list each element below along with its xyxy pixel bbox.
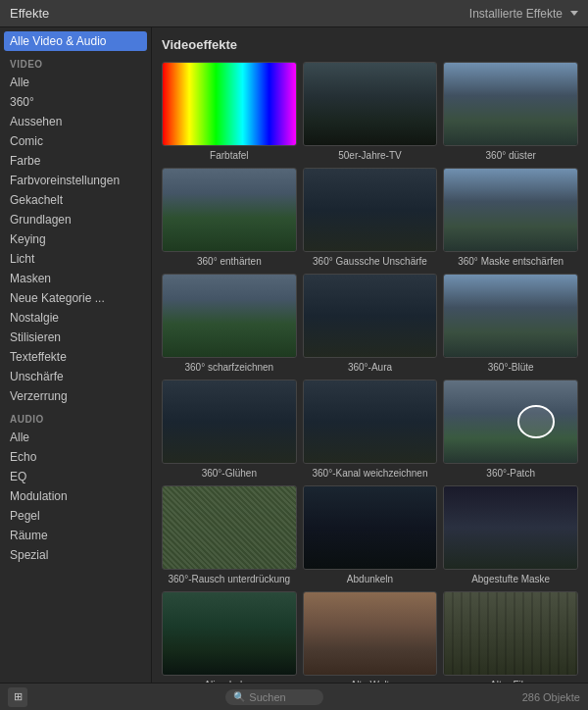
effect-thumb-360-aura	[303, 274, 438, 358]
effect-label-360-rausch: 360°-Rausch unterdrückung	[169, 573, 291, 585]
sidebar-item-video-unscharfe[interactable]: Unschärfe	[0, 367, 151, 386]
effect-item-360-aura[interactable]: 360°-Aura	[303, 274, 438, 374]
effect-thumb-360-gluhen	[162, 380, 297, 464]
sidebar-item-audio-raume[interactable]: Räume	[0, 526, 151, 545]
effect-thumb-360-gaussche	[303, 168, 438, 252]
effect-thumb-alte-welt	[303, 591, 438, 676]
sidebar: Alle Video & Audio VIDEO Alle 360° Ausse…	[0, 27, 152, 683]
footer-search[interactable]: 🔍	[225, 689, 323, 705]
footer-icon-btn-1[interactable]: ⊞	[8, 687, 27, 707]
effect-item-360-duster[interactable]: 360° düster	[443, 62, 578, 162]
sidebar-item-video-keying[interactable]: Keying	[0, 229, 151, 249]
sidebar-item-video-neue-kategorie[interactable]: Neue Kategorie ...	[0, 288, 151, 308]
effect-thumb-farbtafel	[162, 62, 297, 146]
effect-label-360-maske-entscharf: 360° Maske entschärfen	[458, 255, 564, 268]
sidebar-item-video-texteffekte[interactable]: Texteffekte	[0, 347, 151, 367]
effect-thumb-360-blute	[443, 274, 578, 358]
effect-item-360-gaussche[interactable]: 360° Gaussche Unschärfe	[303, 168, 438, 268]
effect-thumb-360-scharfzeichnen	[162, 274, 297, 358]
effect-item-alte-welt[interactable]: Alte Welt	[303, 591, 438, 683]
effect-item-abdunkeln[interactable]: Abdunkeln	[303, 485, 438, 585]
sidebar-item-video-nostalgie[interactable]: Nostalgie	[0, 308, 151, 328]
effect-thumb-50er-jahre-tv	[303, 62, 438, 146]
effect-item-360-rausch[interactable]: 360°-Rausch unterdrückung	[162, 485, 297, 585]
sidebar-item-video-masken[interactable]: Masken	[0, 269, 151, 288]
sidebar-item-all-video-audio[interactable]: Alle Video & Audio	[4, 31, 147, 51]
effect-item-360-blute[interactable]: 360°-Blüte	[443, 274, 578, 374]
sidebar-item-video-360[interactable]: 360°	[0, 92, 151, 112]
effect-thumb-360-duster	[443, 62, 578, 146]
effect-item-360-entharten[interactable]: 360° enthärten	[162, 168, 297, 268]
search-input[interactable]	[249, 691, 318, 703]
header-title: Effekte	[10, 6, 49, 21]
footer-bar: ⊞ 🔍 286 Objekte	[0, 683, 588, 710]
sidebar-item-audio-eq[interactable]: EQ	[0, 467, 151, 486]
effect-item-farbtafel[interactable]: Farbtafel	[162, 62, 297, 162]
sidebar-item-video-alle[interactable]: Alle	[0, 73, 151, 92]
effects-grid: Farbtafel 50er-Jahre-TV 360° düster	[162, 62, 578, 683]
effect-label-360-blute: 360°-Blüte	[488, 361, 534, 374]
effect-label-50er-jahre-tv: 50er-Jahre-TV	[338, 149, 401, 162]
effect-label-360-gaussche: 360° Gaussche Unschärfe	[313, 255, 427, 268]
effect-thumb-alien-labor	[162, 591, 297, 676]
sidebar-item-video-licht[interactable]: Licht	[0, 249, 151, 269]
effect-label-360-kanal: 360°-Kanal weichzeichnen	[313, 467, 428, 480]
installed-effects-label: Installierte Effekte	[469, 7, 563, 21]
effect-thumb-alter-film	[443, 591, 578, 676]
effect-item-360-gluhen[interactable]: 360°-Glühen	[162, 380, 297, 480]
effect-label-360-scharfzeichnen: 360° scharfzeichnen	[184, 361, 273, 374]
sidebar-item-audio-spezial[interactable]: Spezial	[0, 545, 151, 565]
sidebar-item-video-verzerrung[interactable]: Verzerrung	[0, 386, 151, 406]
chevron-down-icon[interactable]	[570, 11, 578, 16]
sidebar-item-video-farbvoreinstellungen[interactable]: Farbvoreinstellungen	[0, 171, 151, 190]
sidebar-item-audio-alle[interactable]: Alle	[0, 428, 151, 447]
effect-label-360-entharten: 360° enthärten	[197, 255, 262, 268]
effect-item-alien-labor[interactable]: Alien-Labor	[162, 591, 297, 683]
effect-thumb-abdunkeln	[303, 485, 438, 570]
sidebar-item-video-farbe[interactable]: Farbe	[0, 151, 151, 171]
effect-thumb-360-rausch	[162, 485, 297, 570]
effect-label-360-gluhen: 360°-Glühen	[202, 467, 257, 480]
effect-thumb-360-entharten	[162, 168, 297, 252]
effect-item-360-patch[interactable]: 360°-Patch	[443, 380, 578, 480]
sidebar-item-video-aussehen[interactable]: Aussehen	[0, 112, 151, 131]
sidebar-item-audio-modulation[interactable]: Modulation	[0, 486, 151, 506]
effect-label-360-aura: 360°-Aura	[348, 361, 392, 374]
sidebar-item-audio-echo[interactable]: Echo	[0, 447, 151, 467]
sidebar-section-video: VIDEO	[0, 51, 151, 73]
effect-thumb-360-patch	[443, 380, 578, 464]
effect-label-360-duster: 360° düster	[486, 149, 536, 162]
sidebar-item-video-grundlagen[interactable]: Grundlagen	[0, 210, 151, 229]
sidebar-item-video-stilisieren[interactable]: Stilisieren	[0, 328, 151, 347]
effect-item-360-scharfzeichnen[interactable]: 360° scharfzeichnen	[162, 274, 297, 374]
effect-label-abgestufte-maske: Abgestufte Maske	[471, 573, 550, 585]
effect-thumb-360-kanal	[303, 380, 438, 464]
footer-icons: ⊞	[8, 687, 27, 707]
main-content: Alle Video & Audio VIDEO Alle 360° Ausse…	[0, 27, 588, 683]
sidebar-item-video-gekachelt[interactable]: Gekachelt	[0, 190, 151, 210]
effect-item-50er-jahre-tv[interactable]: 50er-Jahre-TV	[303, 62, 438, 162]
effect-label-farbtafel: Farbtafel	[210, 149, 248, 162]
effects-panel: Videoeffekte Farbtafel 50er-Jahre-TV	[152, 27, 588, 683]
sidebar-section-audio: AUDIO	[0, 406, 151, 428]
effect-item-abgestufte-maske[interactable]: Abgestufte Maske	[443, 485, 578, 585]
effects-section-title: Videoeffekte	[162, 37, 578, 52]
grid-icon: ⊞	[14, 690, 23, 703]
footer-count: 286 Objekte	[522, 691, 580, 703]
header-bar: Effekte Installierte Effekte	[0, 0, 588, 27]
effect-item-360-maske-entscharf[interactable]: 360° Maske entschärfen	[443, 168, 578, 268]
effect-item-alter-film[interactable]: Alter Film	[443, 591, 578, 683]
effect-label-abdunkeln: Abdunkeln	[347, 573, 393, 585]
sidebar-item-audio-pegel[interactable]: Pegel	[0, 506, 151, 526]
effect-thumb-360-maske-entscharf	[443, 168, 578, 252]
sidebar-item-video-comic[interactable]: Comic	[0, 131, 151, 151]
effect-label-360-patch: 360°-Patch	[486, 467, 535, 480]
effect-item-360-kanal[interactable]: 360°-Kanal weichzeichnen	[303, 380, 438, 480]
header-right[interactable]: Installierte Effekte	[469, 7, 578, 21]
search-icon: 🔍	[233, 691, 245, 702]
effect-thumb-abgestufte-maske	[443, 485, 578, 570]
